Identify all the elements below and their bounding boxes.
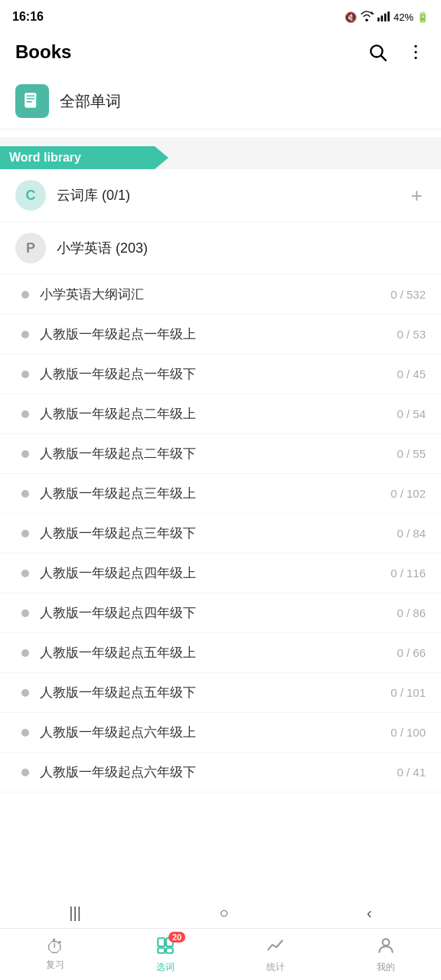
page-title: Books xyxy=(15,41,71,63)
svg-point-8 xyxy=(414,51,416,53)
list-item[interactable]: 人教版一年级起点六年级上 0 / 100 xyxy=(0,713,441,753)
svg-rect-18 xyxy=(166,948,173,953)
sub-dot xyxy=(21,291,29,299)
svg-line-6 xyxy=(381,56,386,60)
sub-item-label: 人教版一年级起点六年级下 xyxy=(40,763,397,781)
list-item[interactable]: 人教版一年级起点四年级上 0 / 116 xyxy=(0,554,441,593)
list-item[interactable]: 人教版一年级起点三年级上 0 / 102 xyxy=(0,474,441,514)
sub-dot xyxy=(21,609,29,617)
sub-item-label: 人教版一年级起点三年级下 xyxy=(40,524,397,542)
tab-review[interactable]: ⏱ 复习 xyxy=(0,929,110,980)
battery-indicator: 🔋 xyxy=(416,11,429,23)
svg-rect-10 xyxy=(24,93,36,108)
list-item[interactable]: 人教版一年级起点五年级上 0 / 66 xyxy=(0,633,441,673)
svg-rect-17 xyxy=(158,948,165,953)
primary-section-row[interactable]: P 小学英语 (203) xyxy=(0,222,441,275)
wifi-icon xyxy=(360,11,374,24)
recents-button[interactable]: ||| xyxy=(54,901,96,925)
sub-item-count: 0 / 55 xyxy=(397,447,426,460)
cloud-avatar: C xyxy=(15,180,46,211)
status-time: 16:16 xyxy=(12,10,44,24)
sub-dot xyxy=(21,371,29,378)
select-badge: 20 xyxy=(168,932,185,942)
sub-item-count: 0 / 45 xyxy=(397,368,426,381)
tab-bar: ⏱ 复习 20 选词 统计 我的 xyxy=(0,928,441,980)
status-icons: 🔇 42% 🔋 xyxy=(345,11,429,24)
sub-item-count: 0 / 532 xyxy=(390,288,426,301)
sub-item-count: 0 / 84 xyxy=(397,527,426,540)
tab-stats[interactable]: 统计 xyxy=(220,929,331,980)
tab-mine[interactable]: 我的 xyxy=(331,929,441,980)
status-bar: 16:16 🔇 42% 🔋 xyxy=(0,0,441,31)
mine-icon xyxy=(376,936,396,959)
signal-icon xyxy=(377,11,390,24)
sub-item-label: 人教版一年级起点一年级下 xyxy=(40,365,397,383)
svg-rect-2 xyxy=(381,15,383,21)
sub-dot xyxy=(21,769,29,776)
sub-item-label: 小学英语大纲词汇 xyxy=(40,286,390,303)
svg-rect-1 xyxy=(377,17,380,21)
tab-select[interactable]: 20 选词 xyxy=(110,929,220,980)
sub-item-label: 人教版一年级起点三年级上 xyxy=(40,485,390,502)
sub-dot xyxy=(21,331,29,338)
svg-rect-13 xyxy=(26,101,32,103)
svg-point-7 xyxy=(414,45,416,47)
sub-item-count: 0 / 116 xyxy=(390,567,426,580)
sub-item-count: 0 / 101 xyxy=(390,686,426,699)
more-button[interactable] xyxy=(403,39,429,65)
list-item[interactable]: 人教版一年级起点三年级下 0 / 84 xyxy=(0,514,441,554)
main-content: 全部单词 Word library C 云词库 (0/1) + P 小学英语 (… xyxy=(0,74,441,980)
review-icon: ⏱ xyxy=(46,938,64,956)
list-item[interactable]: 人教版一年级起点五年级下 0 / 101 xyxy=(0,673,441,713)
list-item[interactable]: 人教版一年级起点四年级下 0 / 86 xyxy=(0,593,441,633)
top-bar: Books xyxy=(0,31,441,74)
top-bar-actions xyxy=(364,39,429,65)
sub-item-label: 人教版一年级起点五年级下 xyxy=(40,684,390,701)
sub-dot xyxy=(21,450,29,458)
battery-icon: 42% xyxy=(394,11,413,23)
sub-item-count: 0 / 54 xyxy=(397,407,426,420)
sub-item-label: 人教版一年级起点二年级上 xyxy=(40,405,397,423)
all-words-row[interactable]: 全部单词 xyxy=(0,74,441,129)
sub-item-count: 0 / 66 xyxy=(397,646,426,659)
primary-avatar: P xyxy=(15,233,46,263)
cloud-section-label: 云词库 (0/1) xyxy=(57,186,408,204)
back-button[interactable]: ‹ xyxy=(351,901,387,925)
list-item[interactable]: 人教版一年级起点二年级下 0 / 55 xyxy=(0,434,441,474)
word-library-banner: Word library xyxy=(0,146,168,169)
sub-item-count: 0 / 41 xyxy=(397,766,426,779)
svg-rect-11 xyxy=(26,95,34,96)
sub-dot xyxy=(21,689,29,697)
add-cloud-button[interactable]: + xyxy=(408,184,426,207)
home-button[interactable]: ○ xyxy=(204,901,243,925)
cloud-section-row[interactable]: C 云词库 (0/1) + xyxy=(0,169,441,222)
sub-item-label: 人教版一年级起点四年级上 xyxy=(40,564,390,582)
sub-dot xyxy=(21,649,29,657)
list-item[interactable]: 人教版一年级起点一年级下 0 / 45 xyxy=(0,354,441,394)
svg-point-19 xyxy=(383,939,390,946)
sub-dot xyxy=(21,570,29,577)
sub-dot xyxy=(21,530,29,537)
tab-select-label: 选词 xyxy=(156,961,175,974)
mute-icon: 🔇 xyxy=(345,11,357,23)
sub-item-count: 0 / 100 xyxy=(390,726,426,739)
sub-item-count: 0 / 53 xyxy=(397,328,426,341)
tab-mine-label: 我的 xyxy=(377,961,395,974)
sub-items-list: 小学英语大纲词汇 0 / 532 人教版一年级起点一年级上 0 / 53 人教版… xyxy=(0,275,441,792)
list-item[interactable]: 人教版一年级起点二年级上 0 / 54 xyxy=(0,394,441,434)
sub-item-label: 人教版一年级起点一年级上 xyxy=(40,325,397,343)
all-words-icon xyxy=(15,84,49,118)
word-library-label: Word library xyxy=(9,151,81,165)
primary-section-label: 小学英语 (203) xyxy=(57,239,426,257)
svg-rect-15 xyxy=(158,938,165,946)
sub-item-label: 人教版一年级起点四年级下 xyxy=(40,604,397,622)
svg-rect-4 xyxy=(387,11,390,21)
list-item[interactable]: 小学英语大纲词汇 0 / 532 xyxy=(0,275,441,315)
svg-rect-12 xyxy=(26,98,34,100)
svg-rect-14 xyxy=(36,96,39,109)
list-item[interactable]: 人教版一年级起点一年级上 0 / 53 xyxy=(0,315,441,354)
list-item[interactable]: 人教版一年级起点六年级下 0 / 41 xyxy=(0,753,441,792)
sub-dot xyxy=(21,729,29,737)
search-button[interactable] xyxy=(364,39,390,65)
sub-item-label: 人教版一年级起点五年级上 xyxy=(40,644,397,662)
